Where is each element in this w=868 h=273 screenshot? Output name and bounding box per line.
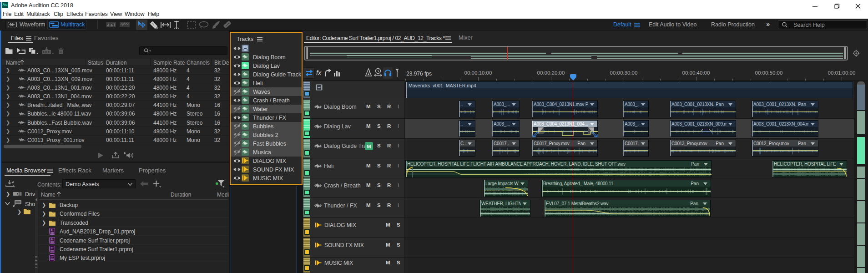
svg-text:Pr: Pr xyxy=(50,255,54,258)
svg-text:Pr: Pr xyxy=(50,247,54,250)
svg-text:Pr: Pr xyxy=(50,238,54,241)
svg-text:Pr: Pr xyxy=(50,229,54,232)
